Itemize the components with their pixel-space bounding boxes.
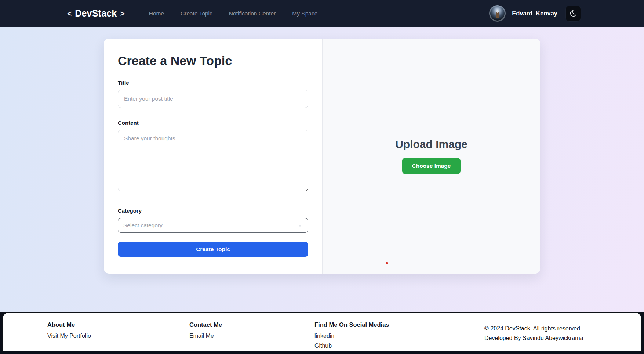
email-link[interactable]: Email Me (189, 331, 222, 341)
dark-mode-toggle-button[interactable] (565, 6, 581, 22)
create-topic-button[interactable]: Create Topic (118, 242, 308, 257)
chevron-down-icon (297, 223, 303, 228)
title-input[interactable] (118, 90, 308, 108)
brand-logo[interactable]: < DevStack > (67, 8, 125, 19)
footer-about-heading: About Me (47, 321, 91, 328)
title-label: Title (118, 80, 308, 86)
developer-credit-text: Developed By Savindu Abeywickrama (484, 333, 583, 343)
create-topic-form: Create a New Topic Title Content Categor… (104, 39, 322, 274)
nav-item-home[interactable]: Home (149, 10, 164, 17)
nav-item-my-space[interactable]: My Space (292, 10, 317, 17)
footer-contact-heading: Contact Me (189, 321, 222, 328)
navbar: < DevStack > Home Create Topic Notificat… (0, 0, 644, 27)
copyright-text: © 2024 DevStack. All rights reserved. (484, 324, 583, 333)
upload-image-panel: Upload Image Choose Image (322, 39, 540, 274)
create-topic-card: Create a New Topic Title Content Categor… (104, 39, 540, 274)
footer-about-column: About Me Visit My Portfolio (47, 321, 91, 341)
linkedin-link[interactable]: linkedin (314, 331, 389, 341)
username-label: Edvard_Kenvay (512, 10, 557, 17)
category-label: Category (118, 207, 308, 214)
footer-social-column: Find Me On Social Medias linkedin Github (314, 321, 389, 351)
nav-item-notification-center[interactable]: Notification Center (229, 10, 276, 17)
moon-icon (570, 10, 577, 17)
footer-copyright-column: © 2024 DevStack. All rights reserved. De… (484, 324, 583, 343)
content-textarea[interactable] (118, 130, 308, 191)
choose-image-button[interactable]: Choose Image (402, 158, 461, 174)
brand-name: DevStack (75, 8, 117, 19)
footer-outer: About Me Visit My Portfolio Contact Me E… (0, 312, 644, 354)
nav-item-create-topic[interactable]: Create Topic (181, 10, 212, 17)
footer: About Me Visit My Portfolio Contact Me E… (2, 312, 642, 351)
nav-links: Home Create Topic Notification Center My… (149, 10, 318, 17)
footer-social-heading: Find Me On Social Medias (314, 321, 389, 328)
angle-bracket-left-icon: < (67, 9, 72, 18)
category-select-placeholder: Select category (123, 222, 163, 229)
github-link[interactable]: Github (314, 341, 389, 351)
category-select[interactable]: Select category (118, 218, 308, 233)
error-dot (386, 262, 388, 264)
page-root: < DevStack > Home Create Topic Notificat… (0, 0, 644, 354)
avatar-astronaut-figure (496, 12, 499, 18)
navbar-right: Edvard_Kenvay (489, 5, 581, 22)
page-title: Create a New Topic (118, 53, 308, 69)
user-avatar[interactable] (489, 5, 506, 22)
content-label: Content (118, 120, 308, 126)
portfolio-link[interactable]: Visit My Portfolio (47, 331, 91, 341)
angle-bracket-right-icon: > (120, 9, 124, 18)
upload-image-title: Upload Image (395, 138, 467, 151)
footer-contact-column: Contact Me Email Me (189, 321, 222, 341)
